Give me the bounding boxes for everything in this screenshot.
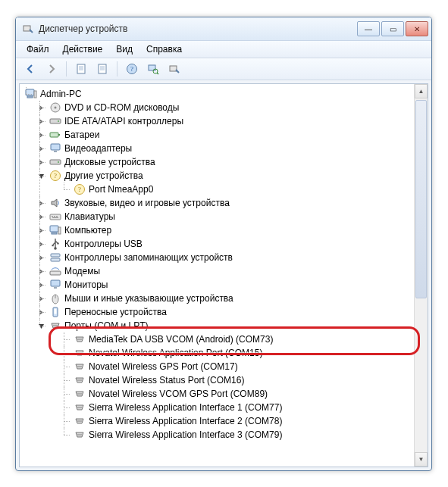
category-node[interactable]: Видеоадаптеры [64,143,132,154]
expand-toggle[interactable] [38,105,45,111]
com-port-icon [74,347,86,359]
category-node[interactable]: Мыши и иные указывающие устройства [64,293,233,304]
category-node[interactable]: IDE ATA/ATAPI контроллеры [64,116,183,126]
device-node[interactable]: MediaTek DA USB VCOM (Android) (COM73) [89,334,273,345]
scroll-track[interactable] [415,98,428,452]
expand-toggle[interactable] [38,132,45,139]
ports-category-icon [49,320,61,332]
com-port-icon [74,415,86,427]
category-node[interactable]: Контроллеры запоминающих устройств [64,252,233,263]
titlebar: Диспетчер устройств — ▭ ✕ [16,17,431,41]
mouse-icon [49,292,61,304]
show-hidden-button[interactable] [71,59,91,79]
device-node[interactable]: Port NmeaApp0 [89,184,153,195]
menu-help[interactable]: Справка [140,42,188,56]
device-tree[interactable]: Admin-PC DVD и CD-ROM дисководыIDE ATA/A… [20,84,414,467]
expand-toggle[interactable] [38,200,45,207]
unknown-device-icon [74,183,86,195]
expand-toggle[interactable] [38,145,45,152]
toolbar [16,58,431,80]
scroll-up-button[interactable]: ▲ [415,84,428,98]
expand-toggle[interactable] [20,91,20,98]
audio-icon [49,197,61,209]
modem-icon [49,265,61,277]
device-node[interactable]: Novatel Wireless VCOM GPS Port (COM89) [89,389,268,399]
unknown-device-icon [49,170,61,182]
nav-forward-button[interactable] [42,59,61,79]
menubar: Файл Действие Вид Справка [16,41,431,58]
com-port-icon [74,333,86,345]
maximize-button[interactable]: ▭ [381,21,404,36]
root-node-label[interactable]: Admin-PC [40,89,82,99]
device-node[interactable]: Sierra Wireless Application Interface 2 … [89,416,282,426]
scroll-down-button[interactable]: ▼ [415,452,428,467]
disk-drive-icon [49,156,61,168]
menu-action[interactable]: Действие [57,42,109,56]
window-title: Диспетчер устройств [39,23,127,34]
client-area: Admin-PC DVD и CD-ROM дисководыIDE ATA/A… [19,83,428,467]
category-node[interactable]: Звуковые, видео и игровые устройства [64,198,230,208]
device-manager-window: Диспетчер устройств — ▭ ✕ Файл Действие … [15,17,432,471]
expand-toggle[interactable] [38,214,45,220]
scroll-thumb[interactable] [415,100,427,298]
keyboard-icon [49,211,61,223]
category-node[interactable]: Компьютер [64,225,111,236]
com-port-icon [74,361,86,373]
expand-toggle[interactable] [38,254,45,261]
expand-toggle[interactable] [38,268,45,275]
expand-toggle[interactable] [38,173,45,180]
device-node[interactable]: Novatel Wireless Status Port (COM16) [89,375,244,386]
device-node[interactable]: Novatel Wireless GPS Port (COM17) [89,361,238,372]
com-port-icon [74,401,86,414]
com-port-icon [74,429,86,441]
computer-icon [25,88,37,100]
category-node[interactable]: Другие устройства [64,170,143,181]
vertical-scrollbar[interactable]: ▲ ▼ [414,84,428,467]
expand-toggle[interactable] [38,241,45,248]
disc-drive-icon [49,101,61,114]
portable-device-icon [49,306,61,318]
expand-toggle[interactable] [38,282,45,289]
expand-toggle[interactable] [38,323,45,329]
usb-controller-icon [49,238,61,250]
expand-toggle[interactable] [38,118,45,125]
device-node[interactable]: Sierra Wireless Application Interface 1 … [89,402,282,413]
nav-back-button[interactable] [20,59,40,79]
help-button[interactable] [122,59,142,79]
category-node[interactable]: Мониторы [64,279,108,290]
expand-toggle[interactable] [38,227,45,234]
ide-controller-icon [49,115,61,127]
category-node[interactable]: Переносные устройства [64,307,167,317]
toolbar-separator [66,61,67,76]
battery-icon [49,129,61,141]
properties-button[interactable] [92,59,112,79]
com-port-icon [74,388,86,400]
toolbar-separator [117,61,117,76]
menu-file[interactable]: Файл [20,42,55,56]
minimize-button[interactable]: — [357,21,380,36]
monitor-icon [49,279,61,291]
category-node[interactable]: Клавиатуры [64,211,115,222]
expand-toggle[interactable] [38,159,45,166]
com-port-icon [74,374,86,386]
menu-view[interactable]: Вид [110,42,139,56]
expand-toggle[interactable] [38,295,45,302]
category-node[interactable]: Батареи [64,130,99,140]
device-node[interactable]: Sierra Wireless Application Interface 3 … [89,429,282,440]
category-node[interactable]: Дисковые устройства [64,157,155,167]
close-button[interactable]: ✕ [406,21,428,36]
category-node[interactable]: Контроллеры USB [64,239,143,249]
app-icon [22,23,34,35]
device-node[interactable]: Novatel Wireless Application Port (COM15… [89,348,262,358]
device-manager-button[interactable] [164,59,184,79]
display-adapter-icon [49,142,61,155]
storage-controller-icon [49,251,61,264]
expand-toggle[interactable] [38,309,45,316]
category-node[interactable]: Порты (COM и LPT) [64,320,149,331]
scan-hardware-button[interactable] [143,59,163,79]
category-node[interactable]: DVD и CD-ROM дисководы [64,102,179,113]
category-node[interactable]: Модемы [64,266,100,276]
computer-category-icon [49,224,61,236]
